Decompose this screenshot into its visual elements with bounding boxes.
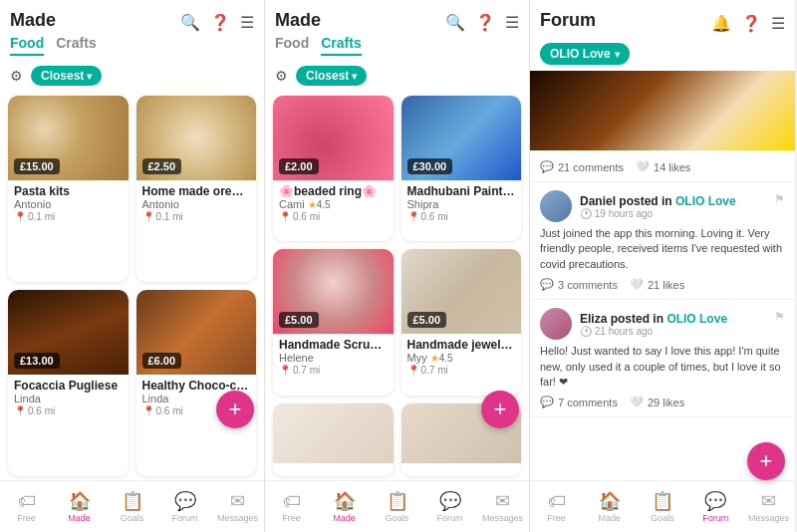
post-eliza-header: Eliza posted in OLIO Love 🕐 21 hours ago — [540, 308, 785, 340]
craft-card-3[interactable]: £5.00 Handmade Scrunchies Helene 📍 0.7 m… — [273, 249, 394, 395]
daniel-likes-action[interactable]: 🤍 21 likes — [630, 278, 684, 291]
olio-love-button[interactable]: OLIO Love — [540, 43, 630, 65]
bell-icon[interactable]: 🔔 — [711, 14, 731, 33]
food-card-1-seller: Antonio — [14, 198, 123, 210]
fab-3[interactable]: + — [747, 442, 785, 480]
forum-icon-3: 💬 — [704, 490, 726, 512]
craft-card-4-dist: 📍 0.7 mi — [407, 365, 516, 376]
panel1-title: Made — [10, 10, 56, 31]
nav-made-2[interactable]: 🏠 Made — [318, 490, 371, 523]
craft-card-1-title: 🌸beaded ring🌸 — [279, 184, 388, 198]
heart-icon: 🤍 — [636, 160, 650, 173]
eliza-comments-action[interactable]: 💬 7 comments — [540, 396, 618, 408]
nav-free-3[interactable]: 🏷 Free — [530, 491, 583, 523]
top-likes-stat: 🤍 14 likes — [636, 160, 690, 173]
food-card-1-title: Pasta kits — [14, 184, 123, 198]
goals-icon-3: 📋 — [652, 490, 673, 512]
panel1-header: Made 🔍 ❓ ☰ Food Crafts — [0, 0, 264, 62]
menu-icon-3[interactable]: ☰ — [771, 14, 785, 33]
menu-icon-2[interactable]: ☰ — [505, 13, 519, 32]
panel2-icons: 🔍 ❓ ☰ — [445, 13, 519, 32]
location-icon: 📍 — [14, 405, 26, 416]
heart-icon-d: 🤍 — [630, 278, 644, 291]
nav-goals-1[interactable]: 📋 Goals — [106, 490, 158, 523]
tab-crafts-1[interactable]: Crafts — [56, 35, 96, 56]
closest-btn-1[interactable]: Closest — [31, 66, 102, 86]
closest-btn-2[interactable]: Closest — [296, 66, 367, 86]
eliza-likes-action[interactable]: 🤍 29 likes — [630, 396, 684, 408]
panel3-title: Forum — [540, 10, 596, 31]
craft-card-1-dist: 📍 0.6 mi — [279, 211, 388, 222]
daniel-comments-action[interactable]: 💬 3 comments — [540, 278, 618, 291]
food-card-2[interactable]: £2.50 Home made orecchie... Antonio 📍 0.… — [136, 96, 257, 282]
craft-card-1[interactable]: £2.00 🌸beaded ring🌸 Cami ★4.5 📍 0.6 mi — [273, 96, 394, 241]
post-daniel-text: Just joined the app this morning. Loving… — [540, 226, 785, 272]
help-icon-3[interactable]: ❓ — [741, 14, 761, 33]
panel3-body: 💬 21 comments 🤍 14 likes ⚑ Daniel posted… — [530, 71, 795, 480]
post-daniel-author: Daniel posted in OLIO Love — [580, 194, 785, 208]
nav-messages-3[interactable]: ✉ Messages — [742, 490, 795, 523]
goals-icon-2: 📋 — [387, 490, 408, 512]
free-icon-1: 🏷 — [18, 491, 36, 512]
messages-icon-3: ✉ — [761, 490, 776, 512]
nav-forum-3[interactable]: 💬 Forum — [689, 490, 742, 523]
craft-card-4[interactable]: £5.00 Handmade jewelry tr... Myy ★4.5 📍 … — [401, 249, 522, 395]
nav-goals-3[interactable]: 📋 Goals — [636, 490, 688, 523]
tab-food-1[interactable]: Food — [10, 35, 44, 56]
food-card-4[interactable]: £6.00 Healthy Choco-chips... Linda 📍 0.6… — [136, 290, 257, 476]
craft-card-2-dist: 📍 0.6 mi — [407, 211, 516, 222]
post-eliza-text: Hello! Just wanted to say I love this ap… — [540, 344, 785, 390]
filter-icon-1[interactable]: ⚙ — [10, 68, 23, 84]
nav-messages-1[interactable]: ✉ Messages — [211, 490, 264, 523]
nav-made-1[interactable]: 🏠 Made — [53, 490, 106, 523]
panel2-title: Made — [275, 10, 321, 31]
tab-crafts-2[interactable]: Crafts — [321, 35, 361, 56]
fab-2[interactable]: + — [481, 391, 519, 428]
panel2-header: Made 🔍 ❓ ☰ Food Crafts — [265, 0, 529, 62]
filter-icon-2[interactable]: ⚙ — [275, 68, 288, 84]
craft-card-5[interactable] — [273, 403, 394, 476]
nav-goals-2[interactable]: 📋 Goals — [371, 490, 423, 523]
made-icon-1: 🏠 — [69, 490, 91, 512]
food-card-2-body: Home made orecchie... Antonio 📍 0.1 mi — [136, 180, 257, 228]
food-card-1[interactable]: £15.00 Pasta kits Antonio 📍 0.1 mi — [8, 96, 129, 282]
post-eliza-author: Eliza posted in OLIO Love — [580, 312, 785, 326]
help-icon-2[interactable]: ❓ — [475, 13, 495, 32]
search-icon-2[interactable]: 🔍 — [445, 13, 465, 32]
nav-forum-2[interactable]: 💬 Forum — [423, 490, 476, 523]
flag-icon-1[interactable]: ⚑ — [774, 192, 785, 206]
avatar-daniel — [540, 190, 572, 222]
comment-icon: 💬 — [540, 160, 554, 173]
panel2-content: £2.00 🌸beaded ring🌸 Cami ★4.5 📍 0.6 mi — [265, 92, 529, 480]
post-daniel-actions: 💬 3 comments 🤍 21 likes — [540, 278, 785, 291]
food-card-3-price: £13.00 — [14, 353, 60, 369]
forum-icon-1: 💬 — [174, 490, 196, 512]
panel3-header: Forum 🔔 ❓ ☰ OLIO Love — [530, 0, 795, 71]
free-icon-2: 🏷 — [283, 491, 301, 512]
nav-free-2[interactable]: 🏷 Free — [265, 491, 318, 523]
food-card-1-dist: 📍 0.1 mi — [14, 211, 123, 222]
nav-free-1[interactable]: 🏷 Free — [0, 491, 53, 523]
food-card-3[interactable]: £13.00 Focaccia Pugliese Linda 📍 0.6 mi — [8, 290, 129, 476]
post-daniel-meta: Daniel posted in OLIO Love 🕐 19 hours ag… — [580, 194, 785, 219]
craft-card-4-title: Handmade jewelry tr... — [407, 338, 516, 352]
search-icon[interactable]: 🔍 — [180, 13, 200, 32]
flag-icon-2[interactable]: ⚑ — [774, 310, 785, 324]
nav-forum-1[interactable]: 💬 Forum — [158, 490, 211, 523]
craft-card-5-img — [273, 403, 394, 463]
nav-made-3[interactable]: 🏠 Made — [583, 490, 636, 523]
forum-top-image — [530, 71, 795, 150]
craft-card-3-dist: 📍 0.7 mi — [279, 365, 388, 376]
tab-food-2[interactable]: Food — [275, 35, 309, 56]
nav-messages-2[interactable]: ✉ Messages — [476, 490, 529, 523]
fab-1[interactable]: + — [216, 391, 254, 428]
forum-icon-2: 💬 — [439, 490, 461, 512]
comment-icon-d: 💬 — [540, 278, 554, 291]
craft-card-2[interactable]: £30.00 Madhubani Painting Shipra 📍 0.6 m… — [401, 96, 522, 241]
help-icon[interactable]: ❓ — [210, 13, 230, 32]
forum-post-daniel: ⚑ Daniel posted in OLIO Love 🕐 19 hours … — [530, 182, 795, 300]
panel1-tabs: Food Crafts — [10, 35, 254, 56]
menu-icon[interactable]: ☰ — [240, 13, 254, 32]
post-eliza-meta: Eliza posted in OLIO Love 🕐 21 hours ago — [580, 312, 785, 337]
craft-card-4-seller: Myy ★4.5 — [407, 352, 516, 364]
